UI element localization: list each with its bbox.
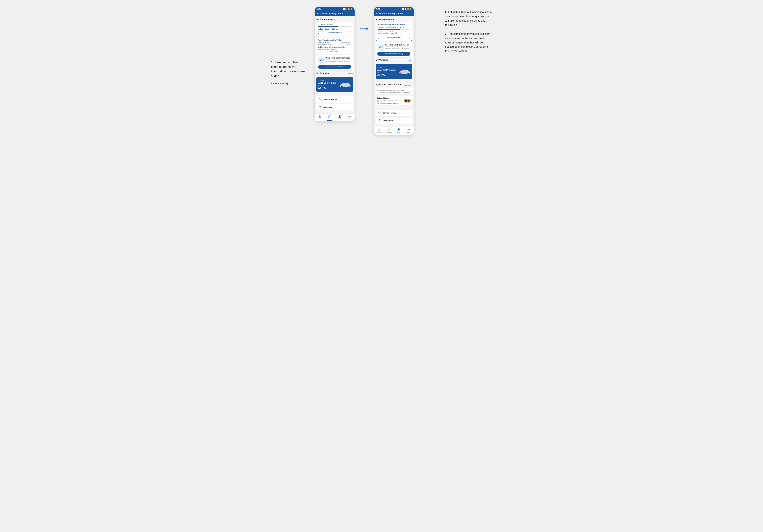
phone2-vehicles-view-link[interactable]: View › (407, 60, 412, 61)
main-layout: 1. Remove card that contains repetitive … (271, 7, 492, 135)
phone1-nav-more-label: More (348, 118, 351, 120)
svg-rect-22 (408, 72, 409, 73)
phone2-scango-icon: 🛒 (387, 128, 390, 132)
phone2-info-icon: ℹ (377, 89, 378, 92)
phone1-appointments-title: My Appointments (316, 18, 353, 20)
phone2-header: ‹ Tire and Battery Center (374, 11, 414, 16)
phone1-waiting-text: Waiting for vehicle service completion (318, 46, 351, 48)
battery-icon: 🔋 (350, 8, 352, 10)
phone2-nav-account[interactable]: 👤 Account (395, 128, 402, 134)
phone2-expire-prefix: The warranty will expire in (377, 103, 393, 104)
phone2-expire-suffix: days (395, 103, 398, 104)
phone1-nav-home-label: Home (318, 118, 321, 120)
phone2-nav-home[interactable]: 🏠 Home (375, 128, 383, 134)
svg-rect-8 (345, 83, 347, 84)
phone1-service-card: Service In Process... Vehicle Service St… (316, 22, 353, 36)
phone1-vehicles-view-link[interactable]: View › (348, 73, 353, 75)
phone1-verified-badge: ✓ Verified (318, 79, 336, 81)
svg-point-19 (407, 73, 408, 74)
phone2-help-icon: ❓ (378, 119, 381, 123)
phone2-nav-scango[interactable]: 🛒 Scan & Go (385, 128, 392, 134)
phone2-highlight-card: We are working on your vehicle Estimated… (376, 22, 412, 41)
phone2-nav-underline (396, 134, 401, 134)
phone2-service-history-item[interactable]: 🔧 Service History (376, 110, 412, 116)
annotation-1-text: Remove card that contains repetitive inf… (271, 61, 306, 78)
phone1-bottom-nav: 🏠 Home 🛒 Scan & Go 👤 Account ••• More (315, 114, 355, 122)
phone1-nav-more[interactable]: ••• More (346, 115, 353, 121)
phone2-vehicle-year: 2017 (377, 71, 395, 73)
phone2-back-button[interactable]: ‹ (376, 12, 377, 15)
phone1-vehicle-plate: GA1234 (318, 87, 336, 89)
signal-icon: ▋▋▋ (343, 8, 347, 10)
phone1-nav-account[interactable]: 👤 Account (336, 115, 343, 121)
phone2-products-header: My Products & Warranty Get Products › (376, 83, 412, 87)
phone-after: 9:41 ▋▋▋ 📶 🔋 ‹ Tire and Battery Center M… (374, 7, 414, 135)
phone2-vehicle-card: ✓ Verified Audi Q3 Premium 2017 GA1234 (376, 64, 412, 79)
phone1-appt-row1: Battery Installation Nov 10th, 2023 (318, 42, 351, 44)
phone2-warranty-desc: Get a battery exchange if your battery t… (377, 99, 403, 102)
wifi-icon: 📶 (348, 8, 350, 10)
arrow-left-icon: ◀ (285, 81, 288, 86)
phone1-need-help-item[interactable]: ❓ Need Help? (316, 104, 353, 111)
phone1-ad-card: Need Tire & Battery Services? Visit Tire… (316, 55, 353, 70)
phone2-vehicle-plate: GA1234 (377, 74, 395, 76)
phone1-ad-inner: Need Tire & Battery Services? Visit Tire… (318, 57, 351, 64)
svg-rect-23 (399, 72, 400, 73)
phone2-appointments-title: My Appointments (376, 18, 412, 20)
phone2-ad-desc: Visit Tire & Battery Center at Sam's Clu… (385, 46, 410, 49)
phone1-vehicle-info: ✓ Verified Audi Q3 Premium 2017 GA1234 (318, 79, 336, 89)
annotation-2-number: 2. (445, 11, 447, 14)
phone2-body: My Appointments We are working on your v… (374, 16, 414, 127)
phone2-verified-badge: ✓ Verified (377, 66, 395, 68)
phone-before: 9:41 ▋▋▋ 📶 🔋 ‹ Tire and Battery Center M… (315, 7, 355, 122)
phone2-vehicles-title: My Vehicles (376, 59, 388, 61)
phone1-view-details-link[interactable]: View details › (318, 51, 351, 52)
phone1-view-status-button[interactable]: View Service Status (318, 31, 351, 34)
phone2-vehicle-info: ✓ Verified Audi Q3 Premium 2017 GA1234 (377, 66, 395, 77)
phone2-nav-home-label: Home (377, 132, 381, 133)
phone1-appt-title: Your Appointment is Today (318, 39, 351, 41)
arrow-right-icon: ▶ (367, 27, 369, 31)
phone1-status-icons: ▋▋▋ 📶 🔋 (343, 8, 352, 10)
annotation-3-text: The complementary text gives extra expla… (445, 33, 490, 52)
phone2-need-help-item[interactable]: ❓ Need Help? (376, 118, 412, 124)
phone2-home-icon: 🏠 (377, 128, 381, 132)
svg-point-7 (348, 86, 349, 87)
phone1-help-icon: ❓ (318, 106, 322, 109)
phone1-wrench-icon: 🔧 (318, 98, 322, 101)
phone2-expire-days: 360 (393, 103, 395, 104)
svg-rect-25 (410, 100, 411, 101)
annotation-item-3: 3. The complementary text gives extra ex… (445, 32, 492, 53)
phone2-warranty-dot: ● (376, 107, 412, 108)
battery-warranty-icon: + - (404, 98, 411, 103)
phone2-vehicle-name: Audi Q3 Premium (377, 69, 395, 71)
svg-point-5 (342, 86, 343, 87)
phone2-nav-more[interactable]: ••• More (405, 128, 412, 134)
phone1-appt-row2: Atlanta Sam's Club 2:00 PM (318, 44, 351, 45)
phone2-time: 9:41 (376, 8, 380, 10)
phone2-more-icon: ••• (407, 128, 410, 131)
phone1-book-button[interactable]: Book Appointment Today (318, 65, 351, 69)
phone2-view-status-button[interactable]: View Service Status (378, 36, 410, 39)
phone2-warranty-title: Battery Warranty (377, 97, 403, 99)
phone1-status-bar: 9:41 ▋▋▋ 📶 🔋 (315, 7, 355, 11)
annotation-2-text: Estimated Time of Completion sets a clea… (445, 11, 491, 27)
phone2-wifi-icon: 📶 (407, 8, 409, 10)
phone1-nav-scango[interactable]: 🛒 Scan & Go (326, 115, 333, 121)
phone2-completion-text: Estimated Time of Completion: 3:30 PM (378, 27, 410, 28)
phone1-ad-icon (318, 57, 325, 64)
phone2-nav-account-label: Account (396, 132, 401, 133)
phone2-get-products-link[interactable]: Get Products › (402, 84, 412, 86)
phone2-in-progress-title: We are working on your vehicle (378, 24, 410, 26)
phone2-book-button[interactable]: Book Appointment Today (377, 52, 410, 56)
phone1-body: My Appointments Service In Process... Ve… (315, 16, 355, 114)
svg-rect-10 (349, 85, 350, 86)
phone2-nav-scango-label: Scan & Go (386, 132, 392, 133)
phone1-ad-text: Need Tire & Battery Services? Visit Tire… (326, 57, 351, 64)
phone1-nav-home[interactable]: 🏠 Home (316, 115, 323, 121)
phone1-service-history-item[interactable]: 🔧 Service History (316, 96, 353, 103)
right-annotations: 2. Estimated Time of Completion sets a c… (445, 7, 492, 58)
phone1-back-button[interactable]: ‹ (317, 12, 318, 15)
phone1-header: ‹ Tire and Battery Center (315, 11, 355, 16)
phone1-nav-account-label: Account (337, 118, 342, 120)
